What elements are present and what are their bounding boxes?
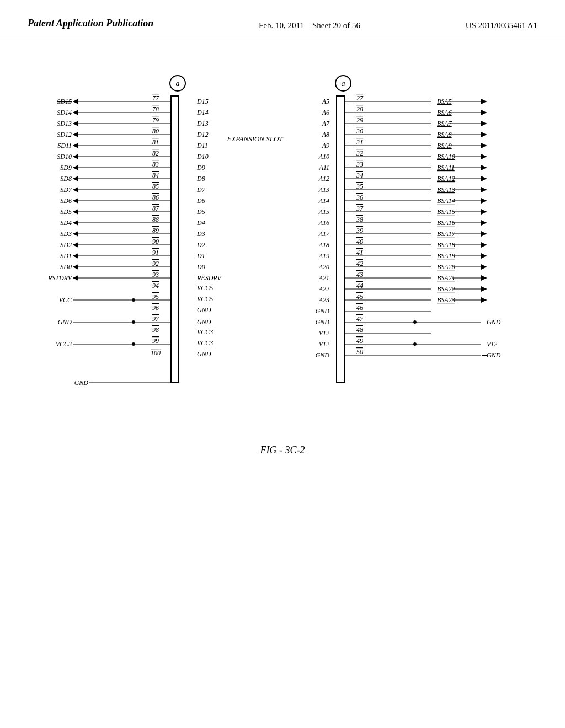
svg-text:D10: D10 xyxy=(196,153,209,160)
svg-text:V12: V12 xyxy=(319,340,329,348)
svg-text:BSA13: BSA13 xyxy=(437,186,455,194)
svg-text:V12: V12 xyxy=(319,329,329,337)
svg-text:A5: A5 xyxy=(322,98,329,105)
svg-text:79: 79 xyxy=(152,116,159,124)
svg-marker-18 xyxy=(73,121,78,126)
svg-text:50: 50 xyxy=(356,348,363,356)
svg-text:BSA12: BSA12 xyxy=(437,175,455,183)
svg-text:GND: GND xyxy=(316,318,330,326)
svg-text:GND: GND xyxy=(197,318,211,326)
svg-text:BSA20: BSA20 xyxy=(437,263,455,271)
svg-text:D1: D1 xyxy=(196,252,205,260)
svg-text:41: 41 xyxy=(356,249,363,256)
svg-text:35: 35 xyxy=(356,183,363,190)
svg-text:GND: GND xyxy=(487,318,501,326)
svg-text:34: 34 xyxy=(356,172,363,179)
svg-text:D6: D6 xyxy=(196,197,205,205)
svg-text:BSA18: BSA18 xyxy=(437,241,455,249)
svg-text:95: 95 xyxy=(152,293,159,301)
svg-text:31: 31 xyxy=(356,138,363,146)
svg-text:D7: D7 xyxy=(196,186,206,194)
svg-text:SD5: SD5 xyxy=(60,208,72,216)
svg-text:D5: D5 xyxy=(196,208,205,216)
svg-marker-33 xyxy=(73,154,78,159)
svg-text:VCC5: VCC5 xyxy=(197,295,213,303)
svg-text:D13: D13 xyxy=(196,120,209,127)
svg-text:90: 90 xyxy=(152,238,159,245)
svg-point-110 xyxy=(132,342,135,346)
svg-text:38: 38 xyxy=(356,216,363,223)
svg-text:a: a xyxy=(176,79,180,88)
svg-text:SD6: SD6 xyxy=(60,197,72,205)
svg-text:A9: A9 xyxy=(322,142,329,149)
svg-text:D9: D9 xyxy=(196,164,205,172)
svg-text:96: 96 xyxy=(152,304,159,312)
svg-text:BSA11: BSA11 xyxy=(437,164,455,172)
svg-text:A12: A12 xyxy=(318,175,329,183)
svg-rect-4 xyxy=(171,96,179,383)
svg-text:BSA10: BSA10 xyxy=(437,153,455,160)
svg-text:SD15: SD15 xyxy=(57,98,72,105)
svg-text:48: 48 xyxy=(356,326,363,334)
svg-text:SD1: SD1 xyxy=(60,252,72,260)
svg-text:GND: GND xyxy=(316,307,330,315)
svg-text:A6: A6 xyxy=(322,109,329,116)
svg-text:A20: A20 xyxy=(318,263,329,271)
svg-text:81: 81 xyxy=(152,138,159,146)
svg-text:VCC3: VCC3 xyxy=(56,340,72,348)
svg-marker-13 xyxy=(73,110,78,115)
svg-text:98: 98 xyxy=(152,326,159,334)
svg-text:SD11: SD11 xyxy=(57,142,72,149)
svg-text:32: 32 xyxy=(356,149,363,157)
svg-text:BSA15: BSA15 xyxy=(437,208,455,216)
svg-text:GND: GND xyxy=(74,379,89,387)
svg-text:D4: D4 xyxy=(196,219,205,227)
publication-date: Feb. 10, 2011 xyxy=(259,21,304,30)
sheet-number: Sheet 20 of 56 xyxy=(312,21,360,30)
svg-text:A18: A18 xyxy=(318,241,329,249)
svg-text:V12: V12 xyxy=(487,340,497,348)
svg-text:a: a xyxy=(342,79,345,88)
svg-text:83: 83 xyxy=(152,160,159,168)
svg-rect-5 xyxy=(337,96,344,383)
svg-text:A21: A21 xyxy=(318,274,329,282)
svg-text:82: 82 xyxy=(152,149,159,157)
svg-text:RSTDRV: RSTDRV xyxy=(47,274,73,282)
svg-text:GND: GND xyxy=(58,318,72,326)
svg-text:A13: A13 xyxy=(318,186,329,194)
svg-marker-83 xyxy=(73,264,78,270)
svg-marker-63 xyxy=(73,220,78,226)
svg-text:86: 86 xyxy=(152,194,159,201)
svg-marker-53 xyxy=(73,198,78,204)
svg-text:SD3: SD3 xyxy=(60,230,72,238)
svg-text:36: 36 xyxy=(356,194,363,201)
svg-text:A7: A7 xyxy=(322,120,330,127)
svg-text:GND: GND xyxy=(197,350,211,358)
svg-text:SD12: SD12 xyxy=(57,131,72,138)
svg-text:84: 84 xyxy=(152,172,159,179)
svg-text:SD14: SD14 xyxy=(57,109,72,116)
svg-text:GND: GND xyxy=(316,351,330,359)
svg-text:BSA14: BSA14 xyxy=(437,197,455,205)
svg-text:D11: D11 xyxy=(196,142,208,149)
svg-text:GND: GND xyxy=(197,306,211,314)
svg-text:VCC: VCC xyxy=(59,296,72,304)
svg-text:49: 49 xyxy=(356,337,363,345)
svg-text:RESDRV: RESDRV xyxy=(196,274,222,282)
svg-text:VCC3: VCC3 xyxy=(197,328,213,336)
svg-text:A17: A17 xyxy=(318,230,330,238)
svg-text:BSA19: BSA19 xyxy=(437,252,455,260)
patent-number: US 2011/0035461 A1 xyxy=(466,17,537,30)
svg-text:D2: D2 xyxy=(196,241,205,249)
svg-text:94: 94 xyxy=(152,282,159,290)
svg-text:A15: A15 xyxy=(318,208,329,216)
svg-text:80: 80 xyxy=(152,127,159,135)
svg-text:A23: A23 xyxy=(318,296,329,304)
svg-text:91: 91 xyxy=(152,249,159,256)
svg-text:28: 28 xyxy=(356,105,363,113)
svg-text:27: 27 xyxy=(356,94,364,102)
circuit-diagram: a a EXPANSION SLOT SD15 77 D15 SD14 78 D… xyxy=(34,69,531,422)
svg-marker-43 xyxy=(73,176,78,181)
svg-text:D14: D14 xyxy=(196,109,209,116)
svg-text:BSA22: BSA22 xyxy=(437,285,455,293)
